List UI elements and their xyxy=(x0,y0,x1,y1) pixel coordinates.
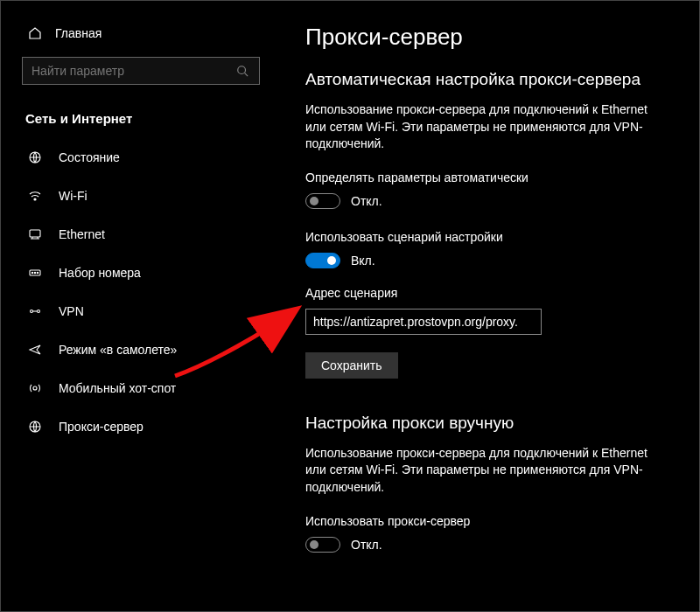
detect-toggle[interactable] xyxy=(305,193,340,209)
sidebar-item-label: Набор номера xyxy=(59,266,141,280)
airplane-icon xyxy=(27,342,43,358)
script-address-input[interactable] xyxy=(305,309,542,335)
proxy-icon xyxy=(27,419,43,435)
search-input[interactable] xyxy=(32,64,234,78)
sidebar-item-vpn[interactable]: VPN xyxy=(1,292,281,330)
address-label: Адрес сценария xyxy=(305,286,654,300)
sidebar-item-proxy[interactable]: Прокси-сервер xyxy=(1,407,281,446)
sidebar-item-dialup[interactable]: Набор номера xyxy=(1,254,281,292)
sidebar-item-label: Прокси-сервер xyxy=(59,420,144,434)
use-proxy-toggle[interactable] xyxy=(305,537,340,553)
home-icon xyxy=(27,25,43,41)
page-title: Прокси-сервер xyxy=(305,24,654,51)
sidebar-item-status[interactable]: Состояние xyxy=(1,138,281,177)
section-title: Сеть и Интернет xyxy=(1,104,281,138)
svg-point-6 xyxy=(34,272,35,273)
main-content: Прокси-сервер Автоматическая настройка п… xyxy=(281,1,679,611)
search-icon xyxy=(234,63,250,79)
vpn-icon xyxy=(27,303,43,319)
ethernet-icon xyxy=(27,226,43,242)
sidebar-item-label: Состояние xyxy=(59,150,120,164)
manual-description: Использование прокси-сервера для подключ… xyxy=(305,445,654,497)
manual-heading: Настройка прокси вручную xyxy=(305,414,654,433)
sidebar-item-ethernet[interactable]: Ethernet xyxy=(1,215,281,254)
detect-state: Откл. xyxy=(351,194,382,208)
wifi-icon xyxy=(27,188,43,204)
dialup-icon xyxy=(27,265,43,281)
hotspot-icon xyxy=(27,380,43,396)
sidebar: Главная Сеть и Интернет Состояние Wi-Fi xyxy=(1,1,281,611)
sidebar-item-label: Wi-Fi xyxy=(59,189,88,203)
svg-point-10 xyxy=(33,386,37,390)
detect-label: Определять параметры автоматически xyxy=(305,170,654,184)
save-button[interactable]: Сохранить xyxy=(305,352,398,379)
sidebar-item-label: Режим «в самолете» xyxy=(59,343,177,357)
sidebar-item-airplane[interactable]: Режим «в самолете» xyxy=(1,330,281,369)
svg-point-9 xyxy=(38,310,40,313)
script-toggle[interactable] xyxy=(305,253,340,268)
auto-description: Использование прокси-сервера для подключ… xyxy=(305,101,654,153)
svg-rect-3 xyxy=(30,230,40,237)
use-proxy-state: Откл. xyxy=(351,538,382,552)
svg-point-8 xyxy=(31,310,33,313)
sidebar-item-label: Мобильный хот-спот xyxy=(59,381,176,395)
svg-point-5 xyxy=(32,272,32,273)
svg-point-0 xyxy=(238,66,246,74)
svg-point-2 xyxy=(34,198,36,200)
home-link[interactable]: Главная xyxy=(1,17,281,53)
use-proxy-label: Использовать прокси-сервер xyxy=(305,514,654,528)
auto-heading: Автоматическая настройка прокси-сервера xyxy=(305,70,654,89)
sidebar-item-label: Ethernet xyxy=(59,227,105,241)
sidebar-item-wifi[interactable]: Wi-Fi xyxy=(1,177,281,215)
sidebar-item-hotspot[interactable]: Мобильный хот-спот xyxy=(1,369,281,407)
script-state: Вкл. xyxy=(351,254,375,268)
search-box[interactable] xyxy=(22,57,260,85)
sidebar-item-label: VPN xyxy=(59,304,84,318)
svg-point-7 xyxy=(37,272,38,273)
home-label: Главная xyxy=(55,26,102,40)
script-label: Использовать сценарий настройки xyxy=(305,230,654,244)
status-icon xyxy=(27,150,43,165)
